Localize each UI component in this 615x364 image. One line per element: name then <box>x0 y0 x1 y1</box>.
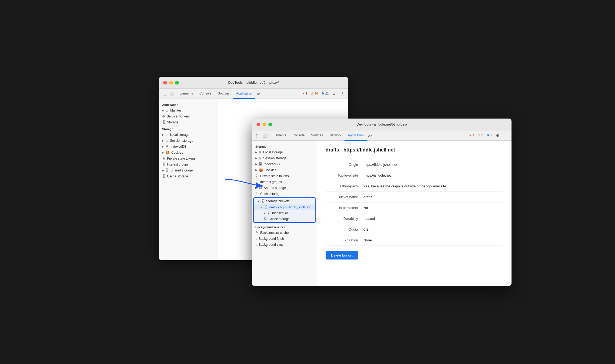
front-inspect-icon[interactable]: ⬚ <box>254 132 261 139</box>
back-session-storage-item[interactable]: ▶ ⊞ Session storage <box>159 138 218 144</box>
back-more-tabs-icon[interactable]: ≫ <box>255 90 262 97</box>
back-close-button[interactable] <box>163 81 167 85</box>
third-party-row: Is third-party Yes, because the origin i… <box>326 181 503 192</box>
durability-value: relaxed <box>363 213 503 224</box>
front-bgs-label: Background sync <box>259 243 283 247</box>
front-indexeddb-item[interactable]: ▶ 🗄 IndexedDB <box>252 161 317 167</box>
front-cache-storage-item[interactable]: 🗄 Cache storage <box>252 191 317 197</box>
front-minimize-button[interactable] <box>262 123 266 126</box>
back-idb-chevron: ▶ <box>162 145 164 148</box>
front-cookies-item[interactable]: ▶ 🍪 Cookies <box>252 167 317 173</box>
front-ig-icon: 🗄 <box>255 180 259 184</box>
delete-bucket-button[interactable]: Delete bucket <box>326 251 358 259</box>
front-bucket-indexeddb-item[interactable]: ▶ 🗄 IndexedDB <box>254 210 315 216</box>
front-private-tokens-item[interactable]: 🗄 Private state tokens <box>252 173 317 179</box>
back-maximize-button[interactable] <box>175 81 179 85</box>
back-minimize-button[interactable] <box>169 81 173 85</box>
quota-value: 0 B <box>363 224 503 235</box>
back-cookies-item[interactable]: ▶ 🍪 Cookies <box>159 150 218 156</box>
front-drafts-item[interactable]: ▼ 🗄 drafts - https://fiddle.jshell.net <box>254 204 315 210</box>
front-tab-network[interactable]: Network <box>326 130 345 141</box>
front-idb-chevron: ▶ <box>255 163 257 166</box>
durability-row: Durability relaxed <box>326 213 503 224</box>
devtools-front-window: DevTools - jsfiddle.net/5tmpfuzv/ ⬚ ⬜ El… <box>252 119 512 286</box>
front-more-icon[interactable]: ⋮ <box>503 132 509 139</box>
front-sb-chevron: ▼ <box>257 200 260 203</box>
front-drafts-chevron: ▼ <box>260 206 263 208</box>
back-storage-section: Storage <box>159 125 218 132</box>
back-tab-sources[interactable]: Sources <box>215 89 233 99</box>
bucket-name-value: drafts <box>363 192 503 203</box>
front-cache-label: Cache storage <box>260 192 281 196</box>
back-device-icon[interactable]: ⬜ <box>169 90 175 97</box>
front-drafts-icon: 🗄 <box>265 205 268 209</box>
back-service-workers-item[interactable]: ⚙ Service workers <box>159 113 218 119</box>
front-storage-buckets-item[interactable]: ▼ 🗄 Storage buckets <box>254 198 315 204</box>
front-ss-icon: ⊞ <box>259 156 262 160</box>
back-tab-application[interactable]: Application <box>233 89 255 99</box>
back-cache-icon: 🗄 <box>162 174 165 178</box>
front-tab-console[interactable]: Console <box>289 130 308 141</box>
front-settings-icon[interactable]: ⚙ <box>494 132 501 139</box>
back-ig-icon: 🗄 <box>162 163 165 166</box>
front-tab-application[interactable]: Application <box>345 130 367 141</box>
back-storage-icon: 🗄 <box>162 120 165 124</box>
front-shared-icon: 🗄 <box>259 186 262 190</box>
back-local-storage-item[interactable]: ▶ ⊞ Local storage <box>159 132 218 138</box>
back-titlebar: DevTools - jsfiddle.net/5tmpfuzv/ <box>159 77 348 89</box>
back-pt-icon: 🗄 <box>162 157 165 160</box>
back-more-icon[interactable]: ⋮ <box>339 90 346 97</box>
back-error-badge: ✕ 1 <box>301 92 308 96</box>
front-titlebar: DevTools - jsfiddle.net/5tmpfuzv/ <box>252 119 512 130</box>
back-idb-label: IndexedDB <box>171 145 186 149</box>
front-device-icon[interactable]: ⬜ <box>262 132 268 139</box>
third-party-label: Is third-party <box>326 181 363 192</box>
quota-row: Quota 0 B <box>326 224 503 235</box>
front-more-tabs-icon[interactable]: ≫ <box>367 132 373 139</box>
front-bfc-label: Back/forward cache <box>260 231 289 235</box>
front-interest-groups-item[interactable]: 🗄 Interest groups <box>252 179 317 185</box>
bucket-name-label: Bucket name <box>326 192 363 203</box>
front-close-button[interactable] <box>256 123 260 126</box>
front-bcache-icon: 🗄 <box>264 217 267 221</box>
front-ss-label: Session storage <box>263 156 286 160</box>
back-application-section: Application <box>159 101 218 107</box>
back-storage-item[interactable]: 🗄 Storage <box>159 119 218 125</box>
back-cache-storage-item[interactable]: 🗄 Cache storage <box>159 173 218 179</box>
front-bgf-icon: ↕ <box>255 237 257 241</box>
front-local-storage-item[interactable]: ▶ ⊞ Local storage <box>252 149 317 155</box>
back-indexeddb-item[interactable]: ▶ 🗄 IndexedDB <box>159 144 218 150</box>
front-bg-fetch-item[interactable]: ↕ Background fetch <box>252 236 317 242</box>
back-tab-console[interactable]: Console <box>196 89 215 99</box>
panel-title: drafts - https://fiddle.jshell.net <box>326 147 503 153</box>
origin-label: Origin <box>326 159 363 170</box>
front-error-badge: ✕ 2 <box>468 133 475 137</box>
back-shared-label: Shared storage <box>171 168 193 172</box>
back-settings-icon[interactable]: ⚙ <box>331 90 337 97</box>
front-tab-sources[interactable]: Sources <box>308 130 326 141</box>
back-private-tokens-item[interactable]: 🗄 Private state tokens <box>159 156 218 161</box>
front-tab-elements[interactable]: Elements <box>269 130 289 141</box>
back-storage-label: Storage <box>167 120 178 124</box>
front-bucket-cache-item[interactable]: 🗄 Cache storage <box>254 216 315 222</box>
back-manifest-item[interactable]: ▶ ☐ Manifest <box>159 107 218 113</box>
front-idb-icon: 🗄 <box>259 162 262 166</box>
back-manifest-icon: ☐ <box>166 109 169 112</box>
back-shared-storage-item[interactable]: ▶ 🗄 Shared storage <box>159 167 218 173</box>
front-bg-sync-item[interactable]: ↕ Background sync <box>252 242 317 248</box>
front-backforward-cache-item[interactable]: 🗄 Back/forward cache <box>252 230 317 236</box>
front-window-title: DevTools - jsfiddle.net/5tmpfuzv/ <box>256 122 507 126</box>
back-interest-groups-item[interactable]: 🗄 Interest groups <box>159 161 218 167</box>
back-cache-label: Cache storage <box>167 174 188 178</box>
persistent-label: Is persistent <box>326 203 363 213</box>
front-cache-icon: 🗄 <box>255 192 259 196</box>
back-tab-elements[interactable]: Elements <box>176 89 196 99</box>
front-session-storage-item[interactable]: ▶ ⊞ Session storage <box>252 155 317 161</box>
back-inspect-icon[interactable]: ⬚ <box>161 90 168 97</box>
info-table: Origin https://fiddle.jshell.net Top-lev… <box>326 159 503 246</box>
front-sidebar: Storage ▶ ⊞ Local storage ▶ ⊞ Session st… <box>252 141 317 286</box>
back-sw-icon: ⚙ <box>162 114 165 118</box>
front-ls-icon: ⊞ <box>259 150 262 154</box>
front-maximize-button[interactable] <box>268 123 272 126</box>
front-shared-storage-item[interactable]: ▶ 🗄 Shared storage <box>252 185 317 191</box>
